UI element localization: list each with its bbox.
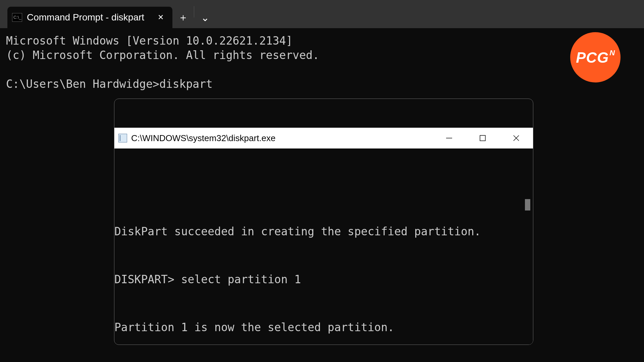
- badge-text-sup: N: [609, 46, 615, 60]
- diskpart-scrollbar[interactable]: [521, 192, 533, 345]
- diskpart-titlebar[interactable]: C:\WINDOWS\system32\diskpart.exe: [114, 128, 533, 148]
- diskpart-window[interactable]: C:\WINDOWS\system32\diskpart.exe DiskPar…: [114, 99, 533, 345]
- diskpart-window-title: C:\WINDOWS\system32\diskpart.exe: [131, 131, 276, 145]
- cmd-icon: C:\_: [12, 13, 22, 22]
- terminal-tab-active[interactable]: C:\_ Command Prompt - diskpart ✕: [7, 7, 172, 28]
- new-tab-button[interactable]: ＋: [172, 7, 194, 28]
- console-icon: [118, 134, 127, 142]
- terminal-output[interactable]: Microsoft Windows [Version 10.0.22621.21…: [0, 28, 644, 362]
- tab-title: Command Prompt - diskpart: [27, 12, 144, 23]
- maximize-icon: [479, 135, 486, 141]
- diskpart-line: DISKPART> select partition 1: [114, 274, 533, 285]
- diskpart-line: Partition 1 is now the selected partitio…: [114, 322, 533, 333]
- tab-close-button[interactable]: ✕: [155, 12, 166, 23]
- close-icon: [513, 134, 520, 142]
- tab-dropdown-button[interactable]: ⌄: [194, 7, 216, 28]
- term-line: C:\Users\Ben Hardwidge>diskpart: [6, 77, 213, 90]
- diskpart-output[interactable]: DiskPart succeeded in creating the speci…: [114, 192, 533, 345]
- term-line: (c) Microsoft Corporation. All rights re…: [6, 49, 319, 62]
- diskpart-line: DiskPart succeeded in creating the speci…: [114, 226, 533, 237]
- term-line: Microsoft Windows [Version 10.0.22621.21…: [6, 34, 292, 47]
- minimize-button[interactable]: [432, 128, 466, 148]
- scrollbar-thumb[interactable]: [525, 199, 530, 210]
- close-button[interactable]: [499, 128, 533, 148]
- svg-rect-1: [480, 135, 485, 141]
- terminal-tabbar: C:\_ Command Prompt - diskpart ✕ ＋ ⌄: [0, 0, 644, 28]
- maximize-button[interactable]: [466, 128, 499, 148]
- minimize-icon: [445, 134, 453, 142]
- pcgn-badge: PCGN: [570, 32, 621, 82]
- badge-text-main: PCG: [576, 50, 609, 65]
